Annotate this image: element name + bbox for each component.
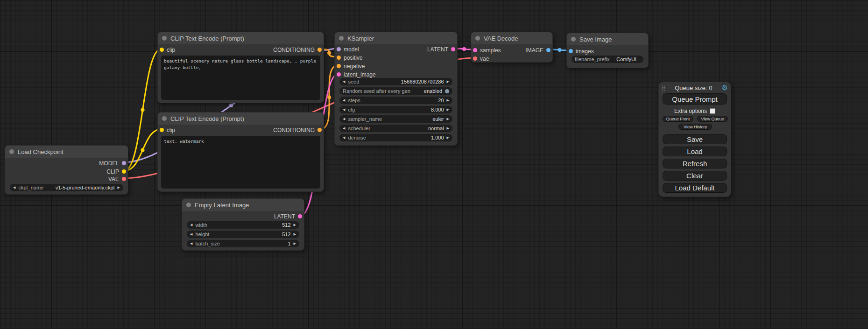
node-clip-text-encode-positive[interactable]: CLIP Text Encode (Prompt) clip CONDITION… xyxy=(157,32,324,103)
increment-arrow-icon[interactable]: ▶ xyxy=(294,242,296,245)
refresh-button[interactable]: Refresh xyxy=(663,159,727,168)
node-clip-text-encode-negative[interactable]: CLIP Text Encode (Prompt) clip CONDITION… xyxy=(157,112,324,192)
extra-options-row: Extra options xyxy=(659,108,731,114)
samples-input-dot[interactable] xyxy=(473,48,477,52)
model-input-dot[interactable] xyxy=(337,47,341,51)
scheduler-widget[interactable]: ◀ scheduler normal ▶ xyxy=(339,125,452,132)
conditioning-output-dot[interactable] xyxy=(318,128,322,132)
node-titlebar[interactable]: Empty Latent Image xyxy=(182,199,304,211)
prompt-text-area[interactable]: text, watermark xyxy=(161,136,320,189)
decrement-arrow-icon[interactable]: ◀ xyxy=(190,233,192,236)
wire-image-midpoint-dot xyxy=(558,48,562,52)
node-ksampler[interactable]: KSampler model positive negative latent_… xyxy=(334,32,458,146)
decrement-arrow-icon[interactable]: ◀ xyxy=(343,80,345,84)
increment-arrow-icon[interactable]: ▶ xyxy=(294,233,296,236)
increment-arrow-icon[interactable]: ▶ xyxy=(447,99,449,102)
vae-input-dot[interactable] xyxy=(473,56,477,61)
load-button[interactable]: Load xyxy=(663,147,727,156)
increment-arrow-icon[interactable]: ▶ xyxy=(118,186,120,189)
positive-input-dot[interactable] xyxy=(337,56,341,60)
random-seed-toggle-widget[interactable]: Random seed after every gen enabled xyxy=(339,87,452,95)
decrement-arrow-icon[interactable]: ◀ xyxy=(343,108,345,112)
node-title: CLIP Text Encode (Prompt) xyxy=(170,35,244,42)
node-titlebar[interactable]: Load Checkpoint xyxy=(5,146,128,158)
negative-input-dot[interactable] xyxy=(337,64,341,68)
view-history-button[interactable]: View History xyxy=(678,124,712,130)
node-titlebar[interactable]: Save Image xyxy=(567,33,648,45)
extra-options-checkbox[interactable] xyxy=(710,108,715,114)
clear-button[interactable]: Clear xyxy=(663,171,727,181)
input-slot-clip: clip xyxy=(160,47,175,53)
slot-label: positive xyxy=(344,55,363,61)
input-slot-samples: samples xyxy=(473,47,501,53)
vae-output-dot[interactable] xyxy=(122,177,126,181)
decrement-arrow-icon[interactable]: ◀ xyxy=(190,242,192,245)
widget-label: scheduler xyxy=(348,126,370,131)
increment-arrow-icon[interactable]: ▶ xyxy=(294,224,296,227)
node-titlebar[interactable]: KSampler xyxy=(335,32,457,44)
collapse-dot-icon[interactable] xyxy=(162,116,167,121)
node-titlebar[interactable]: CLIP Text Encode (Prompt) xyxy=(158,32,324,44)
increment-arrow-icon[interactable]: ▶ xyxy=(447,127,449,130)
decrement-arrow-icon[interactable]: ◀ xyxy=(190,224,192,227)
node-titlebar[interactable]: CLIP Text Encode (Prompt) xyxy=(158,112,324,125)
graph-canvas[interactable]: Load Checkpoint MODEL CLIP VAE ◀ ckpt_na… xyxy=(0,0,868,329)
latent-output-dot[interactable] xyxy=(298,214,302,218)
queue-prompt-button[interactable]: Queue Prompt xyxy=(663,93,727,105)
node-save-image[interactable]: Save Image images filename_prefix ComfyU… xyxy=(566,33,649,68)
model-output-dot[interactable] xyxy=(122,161,126,165)
collapse-dot-icon[interactable] xyxy=(339,36,344,41)
widget-value: 156680208700286 xyxy=(401,79,444,84)
queue-front-button[interactable]: Queue Front xyxy=(663,116,693,122)
drag-handle-icon[interactable]: ⣿ xyxy=(662,85,665,91)
clip-input-dot[interactable] xyxy=(160,128,164,132)
view-queue-button[interactable]: View Queue xyxy=(697,116,728,122)
image-output-dot[interactable] xyxy=(546,48,550,52)
output-slot-conditioning: CONDITIONING xyxy=(273,127,322,133)
decrement-arrow-icon[interactable]: ◀ xyxy=(343,118,345,121)
filename-prefix-widget[interactable]: filename_prefix ComfyUI xyxy=(572,56,643,63)
increment-arrow-icon[interactable]: ▶ xyxy=(447,136,449,140)
increment-arrow-icon[interactable]: ▶ xyxy=(447,80,449,84)
collapse-dot-icon[interactable] xyxy=(571,37,576,42)
node-empty-latent-image[interactable]: Empty Latent Image LATENT ◀ width 512 ▶ … xyxy=(182,198,304,251)
increment-arrow-icon[interactable]: ▶ xyxy=(447,118,449,121)
slot-label: CONDITIONING xyxy=(273,127,315,133)
steps-widget[interactable]: ◀ steps 20 ▶ xyxy=(339,97,452,104)
images-input-dot[interactable] xyxy=(569,49,573,53)
node-load-checkpoint[interactable]: Load Checkpoint MODEL CLIP VAE ◀ ckpt_na… xyxy=(5,145,128,195)
latent-output-dot[interactable] xyxy=(451,47,455,51)
slot-label: clip xyxy=(167,47,175,53)
increment-arrow-icon[interactable]: ▶ xyxy=(447,108,449,112)
collapse-dot-icon[interactable] xyxy=(475,36,480,41)
denoise-widget[interactable]: ◀ denoise 1.000 ▶ xyxy=(339,134,452,141)
node-titlebar[interactable]: VAE Decode xyxy=(471,32,552,44)
widget-value: 20 xyxy=(438,98,444,103)
collapse-dot-icon[interactable] xyxy=(186,203,191,207)
collapse-dot-icon[interactable] xyxy=(162,36,167,41)
decrement-arrow-icon[interactable]: ◀ xyxy=(13,186,15,189)
batch-size-widget[interactable]: ◀ batch_size 1 ▶ xyxy=(187,240,299,247)
node-vae-decode[interactable]: VAE Decode samples vae IMAGE xyxy=(471,32,553,63)
clip-input-dot[interactable] xyxy=(160,48,164,52)
ckpt-name-widget[interactable]: ◀ ckpt_name v1-5-pruned-emaonly.ckpt ▶ xyxy=(10,184,123,191)
conditioning-output-dot[interactable] xyxy=(318,48,322,52)
decrement-arrow-icon[interactable]: ◀ xyxy=(343,99,345,102)
save-button[interactable]: Save xyxy=(663,134,727,144)
cfg-widget[interactable]: ◀ cfg 8.000 ▶ xyxy=(339,106,452,113)
clip-output-dot[interactable] xyxy=(122,169,126,174)
prompt-text-area[interactable]: beautiful scenery nature glass bottle la… xyxy=(161,56,320,100)
height-widget[interactable]: ◀ height 512 ▶ xyxy=(187,231,299,238)
collapse-dot-icon[interactable] xyxy=(9,149,14,154)
load-default-button[interactable]: Load Default xyxy=(663,183,727,193)
sampler-name-widget[interactable]: ◀ sampler_name euler ▶ xyxy=(339,115,452,123)
latent-image-input-dot[interactable] xyxy=(337,72,341,77)
width-widget[interactable]: ◀ width 512 ▶ xyxy=(187,221,299,229)
decrement-arrow-icon[interactable]: ◀ xyxy=(343,127,345,130)
queue-menu-panel[interactable]: ⣿ Queue size: 0 ⚙ Queue Prompt Extra opt… xyxy=(658,82,731,197)
toggle-dot[interactable] xyxy=(445,89,449,93)
settings-gear-icon[interactable]: ⚙ xyxy=(722,84,728,92)
seed-widget[interactable]: ◀ seed 156680208700286 ▶ xyxy=(339,78,452,85)
widget-value: enabled xyxy=(424,88,442,94)
decrement-arrow-icon[interactable]: ◀ xyxy=(343,136,345,140)
